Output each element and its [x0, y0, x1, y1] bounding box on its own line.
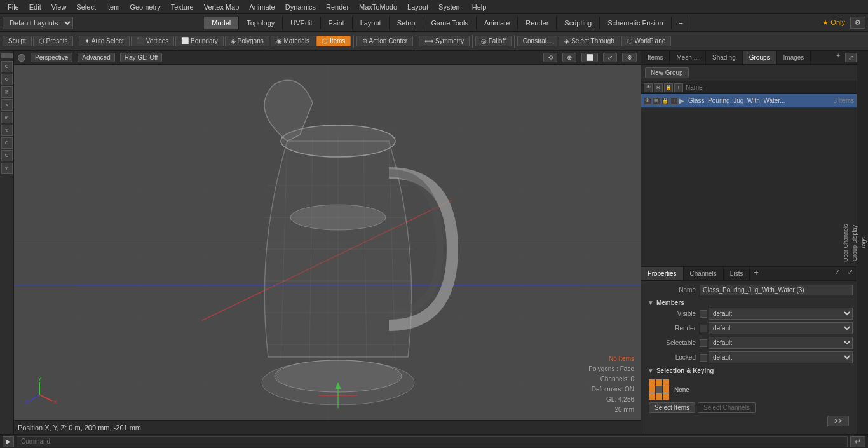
- viewport-circle-btn[interactable]: [18, 54, 25, 62]
- sculpt-button[interactable]: Sculpt: [3, 36, 32, 46]
- group-eye-icon[interactable]: 👁: [644, 97, 651, 105]
- select-channels-button[interactable]: Select Channels: [698, 402, 756, 413]
- menu-system[interactable]: System: [433, 2, 467, 12]
- rp-tab-mesh[interactable]: Mesh ...: [670, 51, 706, 64]
- menu-help[interactable]: Help: [467, 2, 492, 12]
- presets-button[interactable]: ⬡ Presets: [33, 36, 74, 46]
- group-render-icon[interactable]: R: [653, 97, 660, 105]
- prop-tab-properties[interactable]: Properties: [641, 267, 684, 280]
- layout-tab-uvedit[interactable]: UVEdit: [283, 17, 320, 29]
- menu-maxtomodo[interactable]: MaxToModo: [354, 2, 402, 12]
- falloff-button[interactable]: ◎ Falloff: [475, 36, 512, 46]
- menu-dynamics[interactable]: Dynamics: [280, 2, 321, 12]
- layout-dropdown[interactable]: Default Layouts: [3, 17, 73, 29]
- left-tool-6[interactable]: P: [1, 125, 13, 136]
- menu-item[interactable]: Item: [101, 2, 125, 12]
- layout-tab-model[interactable]: Model: [204, 17, 239, 29]
- expand-icon[interactable]: ⤢: [603, 53, 617, 62]
- menu-animate[interactable]: Animate: [244, 2, 280, 12]
- command-submit-button[interactable]: ↵: [850, 436, 865, 447]
- settings-icon[interactable]: ⚙: [622, 53, 637, 62]
- layout-tab-topology[interactable]: Topology: [239, 17, 283, 29]
- rp-tab-shading[interactable]: Shading: [706, 51, 743, 64]
- new-group-button[interactable]: New Group: [645, 67, 689, 78]
- action-center-button[interactable]: ⊕ Action Center: [356, 36, 413, 46]
- left-tool-9[interactable]: F: [1, 163, 13, 174]
- frame-icon[interactable]: ⬜: [581, 53, 598, 62]
- menu-view[interactable]: View: [46, 2, 72, 12]
- constraints-button[interactable]: Constrai...: [517, 36, 558, 46]
- perspective-button[interactable]: Perspective: [31, 53, 72, 62]
- command-arrow-button[interactable]: ▶: [3, 436, 14, 447]
- group-expand-arrow[interactable]: ▶: [679, 97, 684, 104]
- layout-tab-scripting[interactable]: Scripting: [557, 17, 600, 29]
- name-input[interactable]: [700, 285, 853, 295]
- vertices-button[interactable]: ⬛ Vertices: [131, 36, 174, 46]
- rp-tab-groups[interactable]: Groups: [743, 51, 777, 64]
- items-button[interactable]: ⬡ Items: [316, 36, 351, 46]
- menu-file[interactable]: File: [3, 2, 24, 12]
- side-tab-tags[interactable]: Tags: [859, 51, 868, 434]
- selectable-select[interactable]: default: [709, 337, 853, 349]
- layout-tab-animate[interactable]: Animate: [477, 17, 518, 29]
- prop-tab-lists[interactable]: Lists: [724, 267, 750, 280]
- layout-tab-gametools[interactable]: Game Tools: [423, 17, 477, 29]
- select-items-button[interactable]: Select Items: [649, 402, 695, 413]
- menu-vertex-map[interactable]: Vertex Map: [199, 2, 245, 12]
- materials-button[interactable]: ◉ Materials: [271, 36, 315, 46]
- menu-geometry[interactable]: Geometry: [125, 2, 165, 12]
- command-input[interactable]: [17, 436, 848, 447]
- menu-texture[interactable]: Texture: [166, 2, 199, 12]
- left-tool-4[interactable]: V: [1, 99, 13, 111]
- ray-gl-button[interactable]: Ray GL: Off: [120, 53, 163, 62]
- visible-select[interactable]: default: [709, 308, 853, 320]
- forward-btn-wrapper: >>: [649, 416, 849, 426]
- menu-edit[interactable]: Edit: [24, 2, 46, 12]
- menu-select[interactable]: Select: [71, 2, 101, 12]
- select-through-button[interactable]: ◈ Select Through: [559, 36, 620, 46]
- rp-tab-images[interactable]: Images: [777, 51, 811, 64]
- group-lock-icon[interactable]: 🔒: [661, 97, 669, 105]
- boundary-button[interactable]: ⬜ Boundary: [175, 36, 224, 46]
- left-tool-3[interactable]: M: [1, 86, 13, 98]
- prop-tab-channels[interactable]: Channels: [684, 267, 724, 280]
- viewport[interactable]: No Items Polygons : Face Channels: 0 Def…: [14, 65, 641, 420]
- gear-button[interactable]: ⚙: [850, 17, 865, 29]
- eye-icon[interactable]: 👁: [644, 83, 653, 92]
- auto-select-button[interactable]: ✦ Auto Select: [79, 36, 129, 46]
- lock-icon[interactable]: 🔒: [664, 83, 673, 92]
- render-icon[interactable]: R: [654, 83, 663, 92]
- rotate-icon[interactable]: ⟲: [543, 53, 557, 62]
- layout-tab-add[interactable]: +: [672, 17, 691, 29]
- group-row-0[interactable]: 👁 R 🔒 i ▶ Glass_Pouring_Jug_With_Water..…: [641, 94, 857, 108]
- layout-tab-layout[interactable]: Layout: [353, 17, 390, 29]
- advanced-button[interactable]: Advanced: [78, 53, 114, 62]
- rp-tab-items[interactable]: Items: [641, 51, 670, 64]
- left-tool-2[interactable]: D: [1, 74, 13, 85]
- left-tool-8[interactable]: U: [1, 150, 13, 161]
- layout-tab-setup[interactable]: Setup: [390, 17, 424, 29]
- sel-keying-section-header[interactable]: ▼ Selection & Keying: [645, 366, 853, 376]
- left-tool-1[interactable]: D: [1, 61, 13, 72]
- polygons-button[interactable]: ◈ Polygons: [225, 36, 269, 46]
- groups-list[interactable]: 👁 R 🔒 i ▶ Glass_Pouring_Jug_With_Water..…: [641, 94, 857, 266]
- members-section-header[interactable]: ▼ Members: [645, 298, 853, 308]
- layout-tab-render[interactable]: Render: [518, 17, 557, 29]
- workplane-button[interactable]: ⬡ WorkPlane: [621, 36, 672, 46]
- prop-tab-add[interactable]: +: [750, 267, 762, 280]
- zoom-icon[interactable]: ⊕: [562, 53, 576, 62]
- layout-tab-schematic[interactable]: Schematic Fusion: [600, 17, 671, 29]
- info-icon[interactable]: i: [674, 83, 683, 92]
- layout-tab-paint[interactable]: Paint: [321, 17, 353, 29]
- group-info-icon[interactable]: i: [670, 97, 678, 105]
- locked-select[interactable]: default: [709, 351, 853, 363]
- menu-render[interactable]: Render: [321, 2, 354, 12]
- menu-layout[interactable]: Layout: [402, 2, 433, 12]
- left-tool-5[interactable]: E: [1, 112, 13, 123]
- render-select[interactable]: default: [709, 322, 853, 334]
- symmetry-button[interactable]: ⟺ Symmetry: [419, 36, 470, 46]
- dot-5: [656, 386, 662, 393]
- left-tool-7[interactable]: C: [1, 137, 13, 149]
- side-tab-user-channels[interactable]: User Channels: [841, 51, 850, 434]
- side-tab-group-display[interactable]: Group Display: [850, 51, 859, 434]
